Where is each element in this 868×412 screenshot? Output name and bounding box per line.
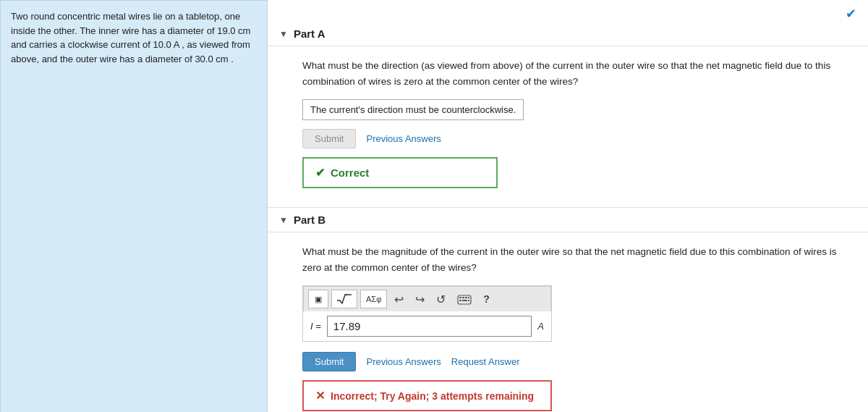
- part-a-section: ▼ Part A What must be the direction (as …: [268, 22, 868, 207]
- svg-rect-7: [462, 300, 467, 301]
- matrix-icon: ▣: [315, 295, 322, 304]
- part-b-arrow-icon: ▼: [279, 215, 288, 225]
- part-a-submit-row: Submit Previous Answers: [302, 129, 851, 148]
- equation-row: I = A: [303, 311, 551, 341]
- undo-toolbar-button[interactable]: ↩: [390, 290, 408, 308]
- part-b-question: What must be the magnitude of the curren…: [302, 244, 851, 275]
- equation-input[interactable]: [327, 316, 532, 337]
- svg-rect-4: [465, 297, 467, 298]
- part-a-header[interactable]: ▼ Part A: [268, 22, 868, 46]
- correct-label: Correct: [331, 167, 369, 179]
- help-toolbar-button[interactable]: ?: [479, 291, 494, 307]
- problem-text: Two round concentric metal wires lie on …: [11, 11, 250, 64]
- alpha-sigma-icon: ΑΣφ: [366, 295, 381, 303]
- part-b-section: ▼ Part B What must be the magnitude of t…: [268, 208, 868, 412]
- keyboard-toolbar-button[interactable]: [453, 292, 476, 308]
- equation-unit: A: [537, 321, 544, 332]
- top-checkmark-icon: ✔: [846, 6, 856, 22]
- part-b-header[interactable]: ▼ Part B: [268, 208, 868, 232]
- equation-label: I =: [310, 321, 321, 332]
- part-a-arrow-icon: ▼: [279, 29, 288, 39]
- alpha-sigma-toolbar-button[interactable]: ΑΣφ: [360, 290, 387, 308]
- part-b-submit-button[interactable]: Submit: [302, 352, 356, 371]
- math-input-container: ▣ ΑΣφ ↩ ↪ ↺: [302, 285, 552, 342]
- incorrect-x-icon: ✕: [315, 389, 325, 403]
- part-a-submit-button[interactable]: Submit: [302, 129, 356, 148]
- top-checkmark-area: ✔: [268, 0, 868, 22]
- refresh-toolbar-button[interactable]: ↺: [432, 290, 450, 308]
- sqrt-icon: [337, 293, 352, 305]
- part-a-previous-answers-link[interactable]: Previous Answers: [366, 133, 441, 144]
- part-b-previous-answers-link[interactable]: Previous Answers: [366, 356, 441, 367]
- sqrt-toolbar-button[interactable]: [331, 290, 357, 308]
- svg-rect-6: [459, 300, 461, 301]
- part-b-label: Part B: [294, 214, 326, 226]
- correct-check-icon: ✔: [315, 166, 325, 180]
- svg-rect-2: [459, 297, 461, 298]
- svg-rect-3: [462, 297, 464, 298]
- svg-rect-5: [468, 297, 469, 298]
- redo-toolbar-button[interactable]: ↪: [411, 290, 429, 308]
- part-a-label: Part A: [294, 28, 326, 40]
- part-a-correct-banner: ✔ Correct: [302, 157, 498, 188]
- problem-description: Two round concentric metal wires lie on …: [0, 0, 268, 412]
- svg-rect-8: [468, 300, 469, 301]
- part-b-request-answer-link[interactable]: Request Answer: [451, 356, 520, 367]
- main-content: ✔ ▼ Part A What must be the direction (a…: [268, 0, 868, 412]
- incorrect-label: Incorrect; Try Again; 3 attempts remaini…: [331, 390, 534, 402]
- part-b-incorrect-banner: ✕ Incorrect; Try Again; 3 attempts remai…: [302, 380, 552, 411]
- part-a-question: What must be the direction (as viewed fr…: [302, 58, 851, 89]
- part-b-content: What must be the magnitude of the curren…: [268, 232, 868, 412]
- matrix-toolbar-button[interactable]: ▣: [308, 290, 328, 308]
- part-a-content: What must be the direction (as viewed fr…: [268, 46, 868, 200]
- part-b-submit-row: Submit Previous Answers Request Answer: [302, 352, 851, 371]
- part-a-answer-display: The current's direction must be counterc…: [302, 99, 524, 120]
- math-toolbar: ▣ ΑΣφ ↩ ↪ ↺: [303, 286, 551, 311]
